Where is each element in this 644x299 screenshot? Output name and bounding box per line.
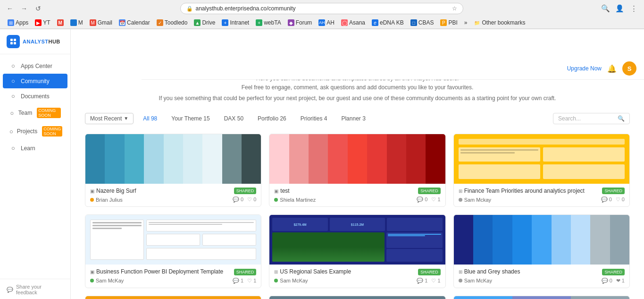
card-row3-3[interactable]	[453, 296, 630, 299]
bookmark-webta[interactable]: + webTA	[253, 18, 284, 27]
card-author-sales: Sam McKay	[274, 278, 308, 283]
menu-button[interactable]: ⋮	[628, 3, 639, 14]
upgrade-button[interactable]: Upgrade Now	[567, 65, 602, 72]
card-thumb-blue-grey	[454, 215, 629, 265]
comment-stat: 💬 0	[601, 196, 612, 203]
cbas-icon: □	[410, 19, 417, 26]
sort-dropdown[interactable]: Most Recent ▼	[85, 113, 134, 124]
filter-all[interactable]: All 98	[138, 113, 162, 124]
sort-label: Most Recent	[90, 115, 122, 122]
card-row3-2[interactable]	[269, 296, 445, 299]
bookmark-yt[interactable]: ▶ YT	[32, 18, 53, 27]
bookmark-pbi-label: PBI	[448, 19, 457, 26]
sidebar-item-documents[interactable]: ○ Documents	[3, 89, 67, 103]
page-desc2: Feel free to engage, comment, ask questi…	[85, 83, 630, 92]
card-finance[interactable]: ⊞ Finance Team Priorities around analyti…	[453, 134, 630, 207]
bookmark-pbi[interactable]: P PBI	[437, 18, 460, 27]
bookmark-forum[interactable]: ◆ Forum	[285, 18, 315, 27]
stripe	[289, 134, 309, 184]
like-stat: ♡ 1	[431, 278, 440, 284]
feedback-button[interactable]: 💬 Share your feedback	[7, 284, 64, 295]
bookmark-asana[interactable]: ◯ Asana	[338, 18, 368, 27]
stripe	[269, 134, 289, 184]
filter-dax[interactable]: DAX 50	[219, 113, 248, 124]
card-title-finance: Finance Team Priorities around analytics…	[464, 188, 601, 195]
card-meta-finance: Sam Mckay 💬 0 ♡ 0	[459, 196, 625, 203]
card-blue-grey[interactable]: ⊞ Blue and Grey shades SHARED Sam McKay	[453, 214, 630, 288]
stripe	[105, 134, 124, 184]
card-row3-1[interactable]	[85, 296, 261, 299]
card-test[interactable]: ▣ test SHARED Shiela Martinez 💬	[269, 134, 445, 207]
sidebar-team-label: Team	[18, 110, 32, 116]
author-dot	[459, 279, 462, 282]
ah-icon: AH	[318, 19, 325, 26]
sidebar-item-learn[interactable]: ○ Learn	[3, 141, 67, 155]
bookmark-intranet[interactable]: + Intranet	[219, 18, 252, 27]
user-avatar[interactable]: S	[622, 61, 636, 76]
sidebar-item-projects[interactable]: ○ Projects COMING SOON	[3, 122, 67, 140]
like-stat: ❤ 1	[616, 278, 625, 284]
filter-your-theme[interactable]: Your Theme 15	[167, 113, 214, 124]
doc-panel	[146, 220, 256, 231]
card-powerbi[interactable]: ▣ Business Function Power BI Deployment …	[85, 214, 261, 288]
bookmark-m[interactable]: M	[54, 18, 67, 27]
filter-portfolio[interactable]: Portfolio 26	[253, 113, 291, 124]
shared-badge: SHARED	[234, 188, 257, 194]
bookmark-toodledo[interactable]: ✓ Toodledo	[154, 18, 191, 27]
documents-icon: ○	[9, 93, 17, 100]
thumb-yellow-grid	[454, 134, 629, 184]
extensions-button[interactable]: 🔍	[600, 3, 611, 14]
star-icon[interactable]: ☆	[452, 5, 457, 12]
card-nazere[interactable]: ▣ Nazere Big Surf SHARED Brian Julius	[85, 134, 261, 207]
bookmark-gmail[interactable]: M Gmail	[87, 18, 115, 27]
notifications-button[interactable]: 🔔	[607, 64, 617, 73]
bookmark-edna[interactable]: e eDNA KB	[369, 18, 407, 27]
filter-priorities[interactable]: Priorities 4	[296, 113, 332, 124]
stripe	[512, 215, 532, 265]
forward-button[interactable]: →	[19, 3, 29, 14]
back-button[interactable]: ←	[5, 3, 15, 14]
sidebar-documents-label: Documents	[21, 93, 50, 100]
stripe	[367, 134, 386, 184]
grid-cell	[543, 164, 625, 179]
search-input[interactable]	[558, 115, 615, 122]
cards-grid: ▣ Nazere Big Surf SHARED Brian Julius	[85, 134, 630, 288]
card-meta-powerbi: Sam McKay 💬 1 ♡ 1	[90, 278, 256, 284]
doc-panel	[90, 220, 144, 260]
card-thumb-test	[269, 134, 445, 184]
filter-planner[interactable]: Planner 3	[336, 113, 370, 124]
profile-button[interactable]: 👤	[614, 3, 625, 14]
search-icon: 🔍	[618, 115, 625, 122]
bookmark-m8[interactable]: M	[67, 18, 86, 27]
bookmark-more[interactable]: »	[461, 18, 470, 27]
bookmark-toodledo-label: Toodledo	[165, 19, 188, 26]
bookmark-other[interactable]: 📁 Other bookmarks	[471, 18, 528, 27]
calendar-icon: 📅	[119, 19, 125, 26]
card-title-row: ▣ Nazere Big Surf SHARED	[90, 188, 256, 195]
bookmark-drive[interactable]: ▲ Drive	[191, 18, 218, 27]
card-title-powerbi: Business Function Power BI Deployment Te…	[96, 268, 232, 276]
bookmark-cbas[interactable]: □ CBAS	[408, 18, 437, 27]
sidebar-nav: ○ Apps Center ○ Community ○ Documents ○ …	[0, 54, 70, 279]
address-bar[interactable]: 🔒 analysthub.enterprisedna.co/community …	[180, 3, 463, 14]
author-dot	[274, 279, 278, 282]
sidebar-item-apps-center[interactable]: ○ Apps Center	[3, 59, 67, 73]
sidebar-item-community[interactable]: ○ Community	[3, 74, 67, 88]
bookmark-other-label: Other bookmarks	[482, 19, 525, 26]
card-author-finance: Sam Mckay	[459, 197, 491, 203]
doc-panel	[146, 234, 200, 246]
refresh-button[interactable]: ↺	[33, 3, 43, 14]
stripe	[610, 215, 629, 265]
bookmark-calendar[interactable]: 📅 Calendar	[116, 18, 153, 27]
svg-rect-0	[10, 39, 13, 41]
bookmark-ah[interactable]: AH AH	[316, 18, 337, 27]
sidebar-item-team[interactable]: ○ Team COMING SOON	[3, 104, 67, 122]
search-box[interactable]: 🔍	[553, 113, 630, 124]
sidebar-apps-center-label: Apps Center	[21, 63, 52, 69]
bookmark-apps[interactable]: ⊞ Apps	[5, 18, 31, 27]
gmail-icon: M	[90, 19, 96, 26]
card-sales[interactable]: $279.4M $115.2M	[269, 214, 445, 288]
card-title-nazere: Nazere Big Surf	[96, 188, 232, 195]
browser-chrome: ← → ↺ 🔒 analysthub.enterprisedna.co/comm…	[0, 0, 644, 29]
team-icon: ○	[9, 110, 15, 117]
